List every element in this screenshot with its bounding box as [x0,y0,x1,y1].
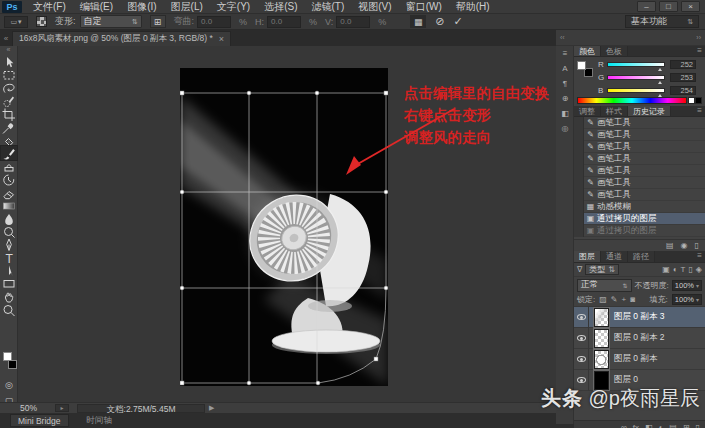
tab-channels[interactable]: 通道 [601,251,628,262]
filter-shape-icon[interactable]: ▯ [688,265,692,274]
cancel-transform-icon[interactable]: ⊘ [435,15,444,28]
layer-row[interactable]: 图层 0 副本 2 [574,328,705,349]
menu-type[interactable]: 文字(Y) [210,0,257,13]
tab-adjustments[interactable]: 调整 [574,106,601,116]
hand-tool[interactable] [5,293,12,302]
paragraph-panel-icon[interactable]: ¶ [556,76,574,91]
lock-all-icon[interactable]: ◙ [630,295,635,304]
opacity-field[interactable]: 100%▾ [672,280,702,291]
menu-file[interactable]: 文件(F) [26,0,73,13]
green-value[interactable]: 253 [670,73,696,82]
visibility-toggle[interactable] [574,349,589,370]
info-panel-icon[interactable]: ◧ [556,106,574,121]
toolbar-collapse-icon[interactable]: « [0,34,12,46]
history-entry[interactable]: ✎画笔工具 [574,177,705,189]
tools-collapse-icon[interactable]: « [0,46,17,55]
canvas-area[interactable]: 点击编辑里的自由变换 右键点击变形 调整风的走向 [18,46,558,402]
lock-position-icon[interactable]: + [622,295,627,304]
menu-edit[interactable]: 编辑(E) [73,0,120,13]
layer-thumbnail[interactable] [594,329,609,348]
shape-tool[interactable] [4,281,14,288]
adjustment-layer-icon[interactable]: ◐ [658,423,663,428]
history-source-well[interactable] [574,201,584,213]
history-entry[interactable]: ✎画笔工具 [574,129,705,141]
history-source-well[interactable] [574,117,584,129]
new-layer-icon[interactable]: ⊞ [683,423,690,428]
history-entry-selected[interactable]: ▣通过拷贝的图层 [574,213,705,225]
character-panel-icon[interactable]: A [556,61,574,76]
dock-collapse-right-icon[interactable]: ›› [696,34,701,41]
blue-slider[interactable] [607,88,665,93]
zoom-tool[interactable] [4,306,15,317]
warp-orientation-button[interactable]: ⊞ [150,15,166,28]
tool-preset-picker[interactable]: ▭▾ [4,16,28,28]
toggle-warp-mode-button[interactable]: ▦ [410,15,426,28]
panel-menu-icon[interactable]: ≡ [697,106,705,116]
status-arrow-icon[interactable]: ▶ [209,404,214,412]
tab-history[interactable]: 历史记录 [628,106,671,116]
history-source-well[interactable] [574,225,584,237]
delete-state-icon[interactable]: ▯ [695,241,699,250]
panel-menu-icon[interactable]: ≡ [697,251,705,262]
menu-filter[interactable]: 滤镜(T) [305,0,352,13]
pen-tool[interactable] [7,239,12,251]
filter-type-icon[interactable]: T [681,265,686,274]
type-tool[interactable]: T [6,252,14,266]
blend-mode-dropdown[interactable]: 正常⇅ [577,279,632,292]
link-layers-icon[interactable]: ∞ [621,423,627,428]
tab-styles[interactable]: 样式 [601,106,628,116]
history-entry-undone[interactable]: ▣通过拷贝的图层 [574,225,705,237]
menu-window[interactable]: 窗口(W) [399,0,449,13]
crop-tool[interactable] [3,109,16,122]
lasso-tool[interactable] [4,84,14,92]
fill-field[interactable]: 100%▾ [672,294,702,305]
brush-tool[interactable] [1,146,18,161]
new-group-icon[interactable]: ▤ [669,423,677,428]
filter-smart-object-icon[interactable]: ◈ [696,265,702,274]
menu-select[interactable]: 选择(S) [257,0,304,13]
tab-swatches[interactable]: 色板 [601,46,628,56]
bend-input[interactable]: 0.0 [197,16,231,28]
layer-mask-icon[interactable]: ◧ [645,423,653,428]
history-source-well[interactable] [574,141,584,153]
history-source-well[interactable] [574,177,584,189]
eraser-tool[interactable] [4,192,14,199]
warp-style-dropdown[interactable]: 自定⇅ [80,15,142,28]
history-brush-tool[interactable] [4,175,14,185]
menu-help[interactable]: 帮助(H) [449,0,497,13]
quick-selection-tool[interactable] [4,97,14,107]
mini-bridge-tab[interactable]: Mini Bridge [10,414,69,427]
quick-mask-icon[interactable]: ◎ [0,380,18,390]
adjustments-panel-icon[interactable]: ≡ [556,46,574,61]
layer-thumbnail[interactable] [594,350,609,369]
history-entry[interactable]: ▦动感模糊 [574,201,705,213]
reference-point-icon[interactable] [36,16,47,27]
history-source-well[interactable] [574,213,584,225]
rectangular-marquee-tool[interactable] [4,72,14,80]
foreground-background-colors[interactable] [2,351,18,373]
foreground-color-chip[interactable] [577,61,586,70]
history-source-well[interactable] [574,129,584,141]
clone-source-panel-icon[interactable]: ⊕ [556,91,574,106]
history-entry[interactable]: ✎画笔工具 [574,189,705,201]
history-entry[interactable]: ✎画笔工具 [574,165,705,177]
new-snapshot-icon[interactable]: ◉ [681,241,688,250]
commit-transform-icon[interactable]: ✓ [453,15,462,28]
close-button[interactable]: × [681,1,700,12]
minimize-button[interactable]: – [637,1,656,12]
history-source-well[interactable] [574,189,584,201]
color-chips[interactable] [577,61,595,79]
history-entry[interactable]: ✎画笔工具 [574,153,705,165]
menu-image[interactable]: 图像(I) [120,0,163,13]
history-source-well[interactable] [574,153,584,165]
document-tab[interactable]: 16x8风扇素材.png @ 50% (图层 0 副本 3, RGB/8) * … [12,31,231,46]
eyedropper-tool[interactable] [3,123,13,133]
menu-view[interactable]: 视图(V) [351,0,398,13]
tab-close-icon[interactable]: × [219,34,224,44]
green-slider[interactable] [607,75,665,80]
workspace-selector[interactable]: 基本功能⇅ [625,15,699,28]
red-value[interactable]: 252 [670,60,696,69]
blur-tool[interactable] [5,214,13,225]
layer-row[interactable]: 图层 0 副本 [574,349,705,370]
red-slider[interactable] [607,62,665,67]
